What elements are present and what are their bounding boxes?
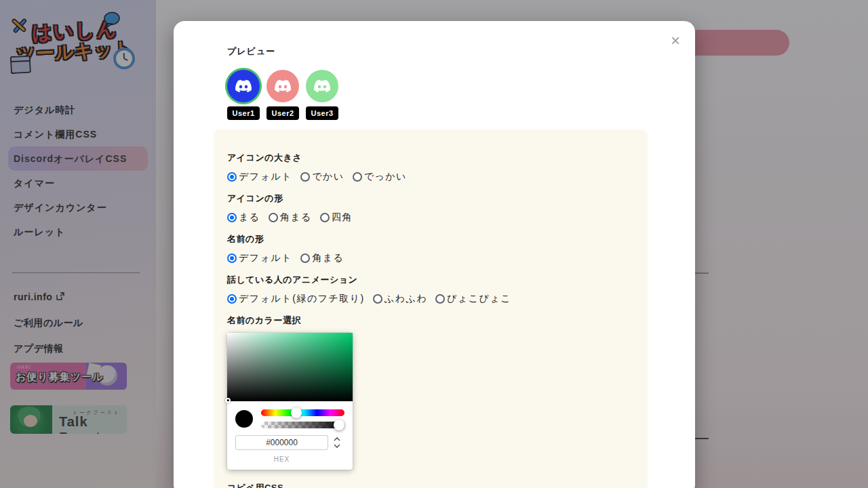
radio-icon [373, 294, 382, 304]
preview-avatars: User1 User2 User3 [227, 70, 338, 120]
section-label-name-color: 名前のカラー選択 [227, 315, 634, 326]
radio-icon [320, 213, 330, 222]
hex-input[interactable] [235, 435, 328, 450]
discord-overlay-settings-modal: × プレビュー User1 User2 User3 [174, 21, 695, 488]
radio-option[interactable]: でかい [300, 171, 344, 183]
preview-user: User1 [227, 70, 260, 120]
radio-option[interactable]: 角まる [269, 211, 312, 224]
user-nametag: User2 [267, 106, 299, 120]
radio-option[interactable]: まる [227, 211, 260, 224]
section-label-icon-shape: アイコンの形 [227, 193, 634, 204]
format-stepper[interactable] [334, 437, 340, 448]
radio-label: でっかい [364, 171, 407, 183]
discord-avatar-user1 [227, 70, 260, 102]
radio-group-name-shape: デフォルト 角まる [227, 251, 634, 265]
radio-label: 四角 [332, 211, 353, 224]
discord-avatar-user2 [267, 70, 299, 102]
section-label-speaking-animation: 話している人のアニメーション [227, 274, 634, 285]
copy-css-label: コピペ用CSS [227, 482, 634, 488]
saturation-pointer[interactable] [225, 398, 231, 403]
radio-icon [269, 213, 278, 222]
radio-label: まる [239, 211, 260, 224]
radio-icon [300, 172, 310, 182]
preview-user: User3 [306, 70, 338, 120]
preview-label: プレビュー [227, 45, 275, 58]
radio-icon [300, 253, 310, 263]
discord-logo-icon [233, 78, 254, 94]
radio-label: 角まる [280, 211, 312, 224]
hue-slider-thumb[interactable] [291, 407, 302, 418]
discord-logo-icon [312, 78, 332, 94]
user-nametag: User3 [306, 106, 338, 120]
radio-icon [227, 253, 237, 263]
radio-icon [227, 213, 237, 222]
user-nametag: User1 [227, 106, 260, 120]
radio-label: デフォルト [239, 252, 292, 264]
discord-avatar-user3 [306, 70, 338, 102]
radio-icon [227, 172, 237, 182]
radio-option[interactable]: 四角 [320, 211, 353, 224]
saturation-area[interactable] [227, 333, 353, 401]
app: はいしん ツールキット デジタル時計 コメント欄用CSS Discordオーバレ… [0, 0, 868, 488]
radio-option[interactable]: ふわふわ [373, 293, 427, 305]
radio-label: でかい [312, 171, 344, 183]
color-format-label: HEX [235, 455, 328, 463]
radio-icon [435, 294, 445, 304]
radio-group-icon-size: デフォルト でかい でっかい [227, 170, 634, 184]
radio-group-speaking-animation: デフォルト(緑のフチ取り) ふわふわ ぴょこぴょこ [227, 292, 634, 306]
discord-logo-icon [273, 78, 293, 94]
radio-label: ふわふわ [384, 293, 427, 305]
radio-option[interactable]: デフォルト [227, 171, 292, 183]
alpha-slider[interactable] [261, 422, 344, 428]
color-picker: HEX [227, 333, 353, 470]
radio-option[interactable]: デフォルト [227, 252, 292, 264]
section-label-name-shape: 名前の形 [227, 234, 634, 245]
settings-panel: アイコンの大きさ デフォルト でかい でっかい アイコンの形 まる 角まる 四角… [214, 129, 648, 488]
radio-option[interactable]: デフォルト(緑のフチ取り) [227, 293, 365, 305]
radio-label: デフォルト(緑のフチ取り) [239, 293, 365, 305]
preview-user: User2 [267, 70, 299, 120]
radio-option[interactable]: 角まる [300, 252, 344, 264]
radio-label: 角まる [312, 252, 344, 264]
radio-icon [227, 294, 237, 304]
alpha-slider-thumb[interactable] [334, 420, 344, 430]
radio-group-icon-shape: まる 角まる 四角 [227, 211, 634, 224]
chevron-down-icon [334, 444, 340, 448]
radio-label: デフォルト [239, 171, 292, 183]
radio-option[interactable]: でっかい [353, 171, 407, 183]
radio-option[interactable]: ぴょこぴょこ [435, 293, 511, 305]
chevron-up-icon [334, 437, 340, 441]
radio-label: ぴょこぴょこ [447, 293, 511, 305]
section-label-icon-size: アイコンの大きさ [227, 152, 634, 163]
close-icon[interactable]: × [665, 30, 686, 51]
color-swatch [235, 410, 253, 428]
radio-icon [353, 172, 362, 182]
color-picker-controls: HEX [227, 401, 353, 470]
hue-slider[interactable] [261, 409, 344, 416]
